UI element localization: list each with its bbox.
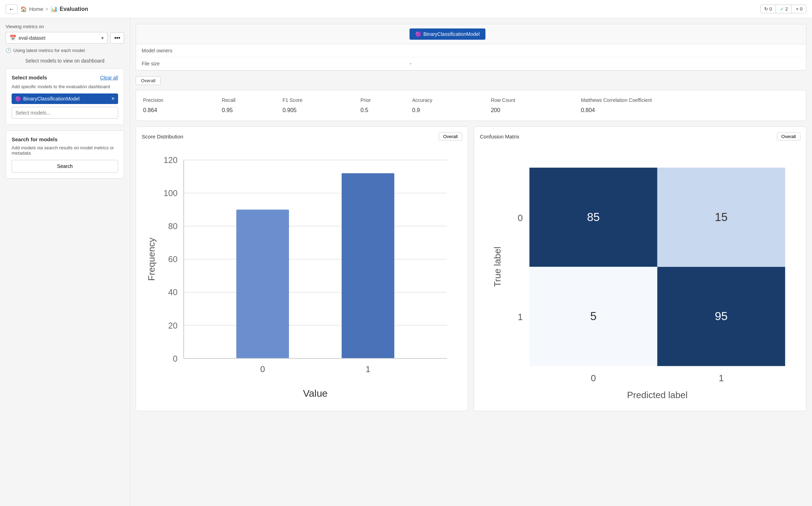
charts-row: Score Distribution Overall 0204060801001…	[136, 126, 806, 411]
svg-text:20: 20	[168, 321, 178, 330]
metrics-card: PrecisionRecallF1 ScorePriorAccuracyRow …	[136, 90, 806, 121]
metric-header: Matthews Correlation Coefficient	[581, 97, 799, 106]
metric-value: 0.905	[283, 106, 361, 113]
select-models-card: Select models Clear all Add specific mod…	[6, 69, 124, 125]
model-tag-label: BinaryClassificationModel	[23, 96, 109, 102]
metric-value: 0.864	[143, 106, 222, 113]
dataset-more-button[interactable]: •••	[110, 32, 124, 44]
section-title: Select models to view on dashboard	[6, 58, 124, 64]
info-text: Using latest metrics for each model	[13, 48, 85, 53]
model-info-row: File size-	[136, 57, 806, 70]
model-header-name: BinaryClassificationModel	[423, 31, 479, 37]
svg-text:True label: True label	[492, 247, 503, 287]
score-distribution-card: Score Distribution Overall 0204060801001…	[136, 126, 468, 411]
metric-header: F1 Score	[283, 97, 361, 106]
clear-all-button[interactable]: Clear all	[100, 75, 118, 80]
metric-value: 0.9	[412, 106, 491, 113]
confusion-matrix-title: Confusion Matrix	[480, 134, 520, 140]
sidebar: Viewing metrics on 📅 eval-dataset ▾ ••• …	[0, 18, 130, 506]
metric-header: Row Count	[491, 97, 581, 106]
metric-header: Prior	[360, 97, 412, 106]
model-header-cell: 🟣 BinaryClassificationModel	[404, 24, 806, 44]
confusion-matrix-tab[interactable]: Overall	[777, 132, 800, 141]
score-dist-title: Score Distribution	[142, 134, 183, 140]
refresh-count: 0	[769, 6, 772, 12]
model-tag-icon: 🟣	[15, 96, 21, 102]
refresh-icon: ↻	[764, 6, 768, 12]
svg-text:120: 120	[163, 155, 178, 165]
row-label: Model owners	[136, 44, 404, 57]
row-label: File size	[136, 57, 404, 70]
svg-text:80: 80	[168, 221, 178, 231]
header-left: ← 🏠 Home > 📊 Evaluation	[6, 4, 88, 14]
confusion-matrix-card: Confusion Matrix Overall 85155950101True…	[474, 126, 806, 411]
metric-header: Precision	[143, 97, 222, 106]
model-info-table: 🟣 BinaryClassificationModel Model owners…	[136, 24, 806, 71]
dataset-icon: 📅	[9, 34, 17, 41]
dataset-name: eval-dataset	[19, 35, 99, 41]
svg-text:1: 1	[366, 364, 370, 374]
remove-model-button[interactable]: ×	[111, 96, 115, 102]
info-row: 🕐 Using latest metrics for each model	[6, 48, 124, 53]
metric-value: 0.95	[222, 106, 283, 113]
svg-text:60: 60	[168, 254, 178, 264]
home-link[interactable]: Home	[29, 6, 43, 12]
model-header-icon: 🟣	[415, 31, 421, 37]
svg-text:Predicted label: Predicted label	[627, 390, 688, 400]
dataset-select[interactable]: 📅 eval-dataset ▾	[6, 32, 108, 44]
close-count: 0	[800, 6, 803, 12]
svg-text:5: 5	[590, 310, 597, 323]
check-status: ✓ 2	[776, 5, 792, 13]
empty-header	[136, 24, 404, 44]
svg-text:Frequency: Frequency	[146, 238, 157, 281]
search-card-desc: Add models via search results on model m…	[12, 145, 118, 156]
breadcrumb-separator: >	[45, 6, 49, 12]
svg-text:1: 1	[518, 312, 523, 322]
svg-text:100: 100	[163, 188, 178, 198]
metric-header: Accuracy	[412, 97, 491, 106]
check-icon: ✓	[780, 6, 784, 12]
overall-tab[interactable]: Overall	[136, 76, 161, 85]
search-button[interactable]: Search	[12, 160, 118, 173]
header-status-bar: ↻ 0 ✓ 2 × 0	[760, 5, 806, 13]
svg-text:0: 0	[260, 364, 265, 374]
close-status: × 0	[792, 5, 806, 13]
current-page: 📊 Evaluation	[51, 6, 88, 12]
score-dist-header: Score Distribution Overall	[142, 132, 462, 141]
svg-text:0: 0	[173, 354, 178, 363]
page-icon: 📊	[51, 6, 58, 12]
back-button[interactable]: ←	[6, 4, 18, 14]
refresh-status: ↻ 0	[761, 5, 776, 13]
svg-text:0: 0	[518, 213, 523, 223]
svg-text:0: 0	[591, 373, 596, 383]
svg-text:Value: Value	[303, 388, 328, 399]
model-info-row: Model owners	[136, 44, 806, 57]
svg-text:85: 85	[587, 211, 600, 223]
select-models-header: Select models Clear all	[12, 74, 118, 80]
svg-rect-16	[342, 173, 394, 358]
svg-text:40: 40	[168, 287, 178, 297]
breadcrumb: 🏠 Home > 📊 Evaluation	[20, 6, 88, 12]
svg-text:15: 15	[715, 211, 728, 223]
chevron-down-icon: ▾	[101, 35, 104, 41]
metrics-table: PrecisionRecallF1 ScorePriorAccuracyRow …	[143, 97, 799, 113]
metric-value: 0.804	[581, 106, 799, 113]
viewing-label: Viewing metrics on	[6, 24, 124, 29]
row-value	[404, 44, 806, 57]
search-card-title: Search for models	[12, 136, 118, 142]
model-header-button[interactable]: 🟣 BinaryClassificationModel	[410, 28, 485, 40]
metric-value: 0.5	[360, 106, 412, 113]
app-header: ← 🏠 Home > 📊 Evaluation ↻ 0 ✓ 2 × 0	[0, 0, 812, 18]
metric-header: Recall	[222, 97, 283, 106]
svg-text:1: 1	[718, 373, 724, 383]
svg-text:95: 95	[715, 310, 728, 323]
score-dist-tab[interactable]: Overall	[439, 132, 462, 141]
check-count: 2	[785, 6, 788, 12]
selected-model-tag: 🟣 BinaryClassificationModel ×	[12, 93, 118, 104]
svg-rect-14	[236, 210, 289, 358]
metric-value: 200	[491, 106, 581, 113]
confusion-matrix-header: Confusion Matrix Overall	[480, 132, 800, 141]
main-layout: Viewing metrics on 📅 eval-dataset ▾ ••• …	[0, 18, 812, 506]
main-content: 🟣 BinaryClassificationModel Model owners…	[130, 18, 812, 506]
model-search-input[interactable]	[12, 107, 118, 119]
